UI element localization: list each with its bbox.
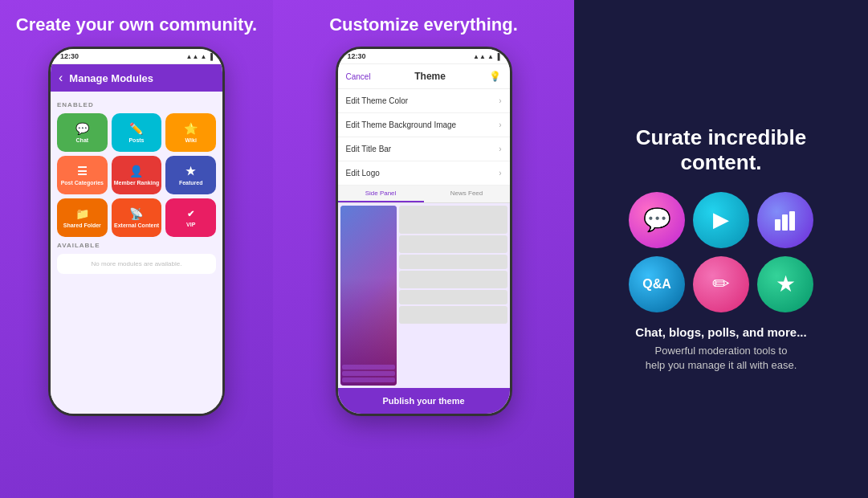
module-shared-label: Shared Folder (63, 222, 101, 228)
qa-text-icon: Q&A (642, 277, 671, 292)
status-bar-2: 12:30 ▲▲ ▲ ▐ (338, 49, 510, 64)
vip-icon: ✔ (187, 209, 194, 219)
chevron-right-icon-1: › (499, 96, 501, 105)
module-vip[interactable]: ✔ VIP (165, 198, 216, 237)
preview-side-panel (340, 206, 397, 386)
preview-card-4 (399, 271, 507, 288)
bar-chart-icon (773, 208, 797, 232)
posts-icon: ✏️ (129, 122, 143, 135)
panel3-subtext2: Powerful moderation tools to help you ma… (646, 344, 797, 373)
section-available-label: AVAILABLE (57, 242, 216, 249)
preview-main-content (399, 206, 507, 386)
cancel-button[interactable]: Cancel (346, 72, 371, 81)
chevron-right-icon-4: › (499, 169, 501, 178)
pencil-icon: ✏ (712, 271, 730, 296)
module-shared-folder[interactable]: 📁 Shared Folder (57, 198, 108, 237)
member-icon: 👤 (129, 165, 143, 178)
edit-bg-image-label: Edit Theme Background Image (346, 120, 457, 129)
back-button[interactable]: ‹ (59, 71, 63, 85)
tab-side-panel[interactable]: Side Panel (338, 186, 424, 202)
theme-menu-bg-image[interactable]: Edit Theme Background Image › (338, 113, 510, 137)
edit-theme-color-label: Edit Theme Color (346, 96, 409, 105)
feature-icon-star: ★ (757, 256, 813, 312)
side-item-bar-1 (342, 365, 395, 369)
feature-icons-grid: 💬 ▶ Q&A ✏ ★ (629, 192, 813, 312)
theme-menu-color[interactable]: Edit Theme Color › (338, 89, 510, 113)
section-enabled-label: ENABLED (57, 101, 216, 108)
svg-rect-0 (775, 219, 780, 231)
module-posts[interactable]: ✏️ Posts (112, 113, 162, 152)
feature-icon-pencil: ✏ (693, 256, 749, 312)
chevron-right-icon-2: › (499, 120, 501, 129)
phone-mockup-2: 12:30 ▲▲ ▲ ▐ Cancel Theme 💡 Edit Theme C… (336, 47, 512, 416)
module-chat-label: Chat (76, 137, 89, 143)
external-icon: 📡 (129, 207, 143, 220)
status-icons-1: ▲▲ ▲ ▐ (186, 53, 213, 60)
edit-logo-label: Edit Logo (346, 169, 380, 178)
shared-icon: 📁 (75, 207, 89, 220)
publish-theme-button[interactable]: Publish your theme (338, 388, 510, 414)
module-external-content[interactable]: 📡 External Content (112, 198, 162, 237)
panel-create-community: Create your own community. 12:30 ▲▲ ▲ ▐ … (0, 0, 273, 498)
feature-icon-play: ▶ (693, 192, 749, 248)
panel3-headline: Curate incredible content. (598, 125, 844, 175)
edit-title-bar-label: Edit Title Bar (346, 145, 392, 153)
preview-card-5 (399, 290, 507, 304)
module-posts-label: Posts (128, 137, 144, 143)
panel-customize: Customize everything. 12:30 ▲▲ ▲ ▐ Cance… (273, 0, 574, 498)
module-post-categories[interactable]: ☰ Post Categories (57, 156, 108, 194)
postcats-icon: ☰ (77, 165, 88, 178)
phone1-header: ‹ Manage Modules (51, 64, 222, 92)
side-item-bar-2 (342, 371, 395, 376)
preview-side-items (342, 365, 395, 382)
chat-icon: 💬 (75, 122, 89, 135)
module-member-label: Member Ranking (114, 180, 159, 186)
phone1-title: Manage Modules (69, 72, 153, 84)
preview-area (338, 203, 510, 388)
preview-tabs: Side Panel News Feed (338, 186, 510, 203)
preview-card-1 (399, 206, 507, 234)
side-item-bar-3 (342, 378, 395, 382)
wifi-icon-2: ▲ (487, 53, 494, 60)
preview-card-3 (399, 255, 507, 269)
theme-menu-logo[interactable]: Edit Logo › (338, 161, 510, 186)
panel-curate: Curate incredible content. 💬 ▶ Q&A ✏ ★ (574, 0, 868, 498)
theme-menu-title-bar[interactable]: Edit Title Bar › (338, 137, 510, 161)
battery-icon-2: ▐ (495, 53, 500, 60)
tab-news-feed[interactable]: News Feed (424, 186, 510, 202)
panel2-headline: Customize everything. (329, 14, 518, 35)
no-modules-text: No more modules are available. (63, 260, 210, 267)
module-featured-label: Featured (179, 180, 203, 186)
phone-mockup-1: 12:30 ▲▲ ▲ ▐ ‹ Manage Modules ENABLED 💬 … (48, 47, 225, 416)
preview-card-2 (399, 235, 507, 253)
battery-icon: ▐ (208, 53, 213, 60)
bulb-icon: 💡 (489, 71, 501, 82)
chevron-right-icon-3: › (499, 145, 501, 153)
panel1-headline: Create your own community. (16, 14, 257, 35)
module-featured[interactable]: ★ Featured (165, 156, 216, 194)
phone1-body: ENABLED 💬 Chat ✏️ Posts ⭐ Wiki (51, 92, 222, 414)
feature-icon-qa: Q&A (629, 256, 685, 312)
signal-icon-2: ▲▲ (473, 53, 486, 60)
module-wiki[interactable]: ⭐ Wiki (165, 113, 216, 152)
status-time-1: 12:30 (60, 52, 79, 60)
module-vip-label: VIP (186, 222, 195, 227)
status-time-2: 12:30 (348, 52, 366, 60)
featured-icon: ★ (185, 165, 196, 178)
status-icons-2: ▲▲ ▲ ▐ (473, 53, 499, 60)
available-section: No more modules are available. (57, 254, 216, 274)
module-external-label: External Content (114, 222, 159, 228)
panel3-subtext: Chat, blogs, polls, and more... (635, 325, 806, 339)
module-member-ranking[interactable]: 👤 Member Ranking (112, 156, 162, 194)
play-icon: ▶ (713, 207, 729, 232)
signal-icon: ▲▲ (186, 53, 199, 60)
wiki-icon: ⭐ (184, 122, 198, 135)
status-bar-1: 12:30 ▲▲ ▲ ▐ (51, 49, 222, 64)
chat-bubble-icon: 💬 (643, 206, 671, 233)
feature-icon-chart (757, 192, 813, 248)
module-chat[interactable]: 💬 Chat (57, 113, 108, 152)
module-postcats-label: Post Categories (61, 180, 104, 186)
wifi-icon: ▲ (200, 53, 206, 60)
star-icon: ★ (776, 271, 796, 297)
feature-icon-chat: 💬 (629, 192, 685, 248)
